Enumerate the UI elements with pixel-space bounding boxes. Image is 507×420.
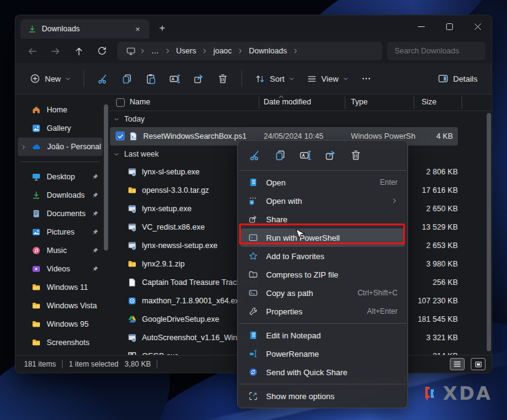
rename-icon[interactable] — [298, 148, 313, 163]
menu-separator — [239, 323, 406, 324]
sidebar-item-gallery[interactable]: Gallery — [18, 119, 103, 138]
sidebar-item-onedrive-personal[interactable]: João - Personal — [18, 138, 103, 156]
select-all-checkbox[interactable] — [116, 98, 125, 107]
status-divider — [62, 360, 63, 368]
toolbar-divider — [84, 71, 84, 87]
cut-button[interactable] — [92, 68, 114, 89]
column-divider[interactable] — [414, 96, 414, 109]
pin-icon — [92, 173, 99, 181]
thumbnail-view-button[interactable] — [471, 358, 485, 370]
search-input[interactable] — [387, 47, 485, 55]
sidebar-item-downloads[interactable]: Downloads — [18, 186, 103, 204]
file-name: ResetWindowsSearchBox.ps1 — [143, 132, 246, 141]
column-type[interactable]: Type — [351, 98, 367, 106]
sidebar-item-screenshots[interactable]: Screenshots — [18, 333, 103, 352]
new-button[interactable]: New — [24, 68, 76, 89]
breadcrumb-joaoc[interactable]: joaoc — [209, 45, 236, 56]
desktop-icon — [31, 172, 41, 182]
sidebar-item-videos[interactable]: Videos — [18, 260, 103, 278]
column-divider[interactable] — [259, 96, 259, 109]
tab-downloads[interactable]: Downloads × — [20, 19, 149, 39]
paste-button[interactable] — [140, 68, 162, 89]
copy-button[interactable] — [116, 68, 138, 89]
column-size[interactable]: Size — [422, 98, 436, 106]
menu-item-run-with-powershell[interactable]: Run with PowerShell — [240, 228, 405, 247]
breadcrumb-ellipsis[interactable]: … — [147, 45, 163, 56]
close-button[interactable] — [463, 15, 492, 37]
row-checkbox-checked[interactable] — [116, 131, 125, 141]
group-header-today[interactable]: Today — [109, 111, 492, 127]
up-button[interactable] — [68, 42, 89, 60]
details-view-button[interactable] — [450, 358, 465, 370]
menu-item-copy-as-path[interactable]: Copy as path Ctrl+Shift+C — [240, 284, 405, 302]
menu-item-open[interactable]: Open Enter — [240, 173, 405, 192]
tab-close-icon[interactable]: × — [131, 22, 144, 36]
refresh-button[interactable] — [92, 42, 112, 60]
back-button[interactable] — [22, 42, 42, 60]
onedrive-icon — [31, 142, 42, 152]
quick-share-icon — [248, 367, 259, 377]
file-size: 214 KB — [433, 352, 458, 355]
share-button[interactable] — [187, 68, 210, 89]
sidebar-scrollbar[interactable] — [104, 104, 108, 251]
share-icon[interactable] — [323, 148, 338, 163]
cut-icon[interactable] — [248, 148, 262, 163]
new-tab-button[interactable]: + — [153, 20, 171, 37]
file-list-scrollbar[interactable] — [487, 113, 491, 351]
menu-item-quick-share[interactable]: Send with Quick Share — [240, 363, 405, 381]
rename-button[interactable] — [163, 68, 186, 89]
search-box[interactable] — [387, 42, 485, 60]
menu-item-label: Properties — [266, 307, 360, 316]
menu-item-open-with[interactable]: Open with — [240, 192, 405, 210]
forward-button[interactable] — [45, 42, 66, 60]
maximize-button[interactable] — [435, 15, 463, 37]
menu-item-label: PowerRename — [266, 349, 398, 359]
column-date-modified[interactable]: Date modified — [264, 98, 311, 106]
breadcrumb-downloads[interactable]: Downloads — [245, 45, 291, 56]
column-divider[interactable] — [462, 96, 462, 109]
sort-button[interactable]: Sort — [250, 68, 300, 89]
menu-item-edit-in-notepad[interactable]: Edit in Notepad — [240, 326, 405, 344]
tab-title: Downloads — [42, 25, 126, 33]
sidebar-item-windows-95[interactable]: Windows 95 — [18, 315, 103, 333]
notepad-icon — [248, 330, 259, 340]
file-size: 256 KB — [433, 278, 458, 287]
sidebar-item-pictures[interactable]: Pictures — [18, 223, 103, 241]
sidebar-item-windows-11[interactable]: Windows 11 — [18, 278, 103, 297]
pictures-icon — [31, 227, 41, 237]
delete-icon[interactable] — [348, 148, 363, 163]
menu-item-powerrename[interactable]: PowerRename — [240, 344, 405, 363]
powerrename-icon — [248, 349, 259, 359]
menu-item-add-to-favorites[interactable]: Add to Favorites — [240, 247, 405, 265]
file-size: 4 KB — [436, 132, 453, 141]
sidebar-item-home[interactable]: Home — [18, 101, 103, 119]
menu-item-compress-zip[interactable]: Compress to ZIP file — [240, 265, 405, 284]
sidebar-item-windows-vista[interactable]: Windows Vista — [18, 297, 103, 315]
sidebar-item-desktop[interactable]: Desktop — [18, 168, 103, 186]
share-icon — [248, 214, 259, 224]
menu-item-share[interactable]: Share — [240, 210, 405, 228]
sidebar-divider — [20, 161, 100, 162]
column-divider[interactable] — [345, 96, 345, 109]
menu-item-properties[interactable]: Properties Alt+Enter — [240, 302, 405, 321]
column-name[interactable]: Name — [130, 98, 150, 106]
copy-icon[interactable] — [273, 148, 288, 163]
xda-logo-icon — [423, 384, 438, 403]
breadcrumb[interactable]: … Users joaoc Downloads — [117, 42, 382, 60]
delete-button[interactable] — [211, 68, 234, 89]
tab-strip: Downloads × + — [15, 15, 492, 39]
sidebar-item-documents[interactable]: Documents — [18, 204, 103, 223]
maxthon-app-icon — [127, 296, 137, 306]
minimize-button[interactable] — [407, 15, 435, 37]
details-pane-button[interactable]: Details — [432, 68, 483, 89]
this-pc-icon[interactable] — [124, 46, 138, 56]
menu-shortcut: Enter — [380, 178, 398, 187]
sidebar-item-label: Windows 95 — [47, 320, 103, 329]
sidebar-item-music[interactable]: Music — [18, 241, 103, 260]
breadcrumb-users[interactable]: Users — [172, 45, 201, 56]
view-button[interactable]: View — [301, 68, 354, 89]
menu-item-show-more-options[interactable]: Show more options — [240, 387, 405, 405]
more-options-button[interactable] — [355, 68, 377, 89]
menu-separator — [239, 170, 406, 171]
chevron-right-icon[interactable] — [21, 144, 26, 150]
